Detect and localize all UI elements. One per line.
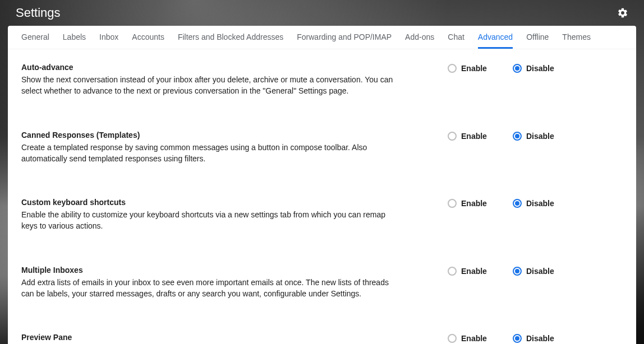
disable-radio[interactable]: Disable (513, 267, 561, 276)
tab-labels[interactable]: Labels (63, 32, 86, 47)
tab-forwarding[interactable]: Forwarding and POP/IMAP (297, 32, 392, 47)
tab-themes[interactable]: Themes (562, 32, 591, 47)
disable-radio[interactable]: Disable (513, 64, 561, 73)
radio-label: Enable (461, 334, 487, 343)
tab-general[interactable]: General (21, 32, 49, 47)
radio-icon (448, 334, 457, 343)
row-controls: Enable Disable (448, 198, 623, 208)
disable-radio[interactable]: Disable (513, 199, 561, 208)
tab-inbox[interactable]: Inbox (99, 32, 118, 47)
row-title: Preview Pane (21, 333, 374, 342)
row-multiple-inboxes: Multiple Inboxes Add extra lists of emai… (21, 266, 623, 333)
enable-radio[interactable]: Enable (448, 334, 496, 343)
radio-label: Disable (526, 334, 554, 343)
row-custom-shortcuts: Custom keyboard shortcuts Enable the abi… (21, 198, 623, 266)
settings-content: Auto-advance Show the next conversation … (8, 49, 636, 344)
radio-label: Enable (461, 132, 487, 141)
row-controls: Enable Disable (448, 266, 623, 276)
row-preview-pane: Preview Pane Enable the ability to toggl… (21, 333, 623, 344)
row-canned-responses: Canned Responses (Templates) Create a te… (21, 131, 623, 198)
radio-icon (448, 199, 457, 208)
settings-tabs: General Labels Inbox Accounts Filters an… (8, 26, 636, 49)
row-controls: Enable Disable (448, 63, 623, 73)
row-description: Create a templated response by saving co… (21, 142, 403, 165)
tab-filters[interactable]: Filters and Blocked Addresses (178, 32, 283, 47)
row-description: Enable the ability to customize your key… (21, 209, 403, 232)
radio-label: Disable (526, 199, 554, 208)
row-description: Add extra lists of emails in your inbox … (21, 277, 403, 300)
row-text: Auto-advance Show the next conversation … (21, 63, 403, 97)
row-text: Canned Responses (Templates) Create a te… (21, 131, 403, 165)
radio-label: Enable (461, 267, 487, 276)
radio-icon (448, 267, 457, 276)
radio-icon (513, 334, 522, 343)
row-controls: Enable Disable (448, 131, 623, 141)
row-title: Multiple Inboxes (21, 266, 403, 275)
radio-label: Enable (461, 64, 487, 73)
page-title: Settings (16, 6, 61, 20)
radio-label: Disable (526, 267, 554, 276)
radio-icon (448, 132, 457, 141)
row-text: Custom keyboard shortcuts Enable the abi… (21, 198, 403, 232)
settings-header: Settings (0, 0, 644, 26)
tab-advanced[interactable]: Advanced (478, 32, 513, 49)
radio-label: Disable (526, 64, 554, 73)
enable-radio[interactable]: Enable (448, 64, 496, 73)
enable-radio[interactable]: Enable (448, 132, 496, 141)
enable-radio[interactable]: Enable (448, 267, 496, 276)
radio-label: Disable (526, 132, 554, 141)
radio-label: Enable (461, 199, 487, 208)
row-title: Auto-advance (21, 63, 403, 72)
gear-icon[interactable] (617, 7, 628, 18)
row-controls: Enable Disable (448, 333, 623, 343)
tab-addons[interactable]: Add-ons (405, 32, 434, 47)
radio-icon (513, 267, 522, 276)
row-text: Multiple Inboxes Add extra lists of emai… (21, 266, 403, 300)
radio-icon (513, 199, 522, 208)
row-text: Preview Pane Enable the ability to toggl… (21, 333, 374, 344)
row-description: Show the next conversation instead of yo… (21, 74, 403, 97)
row-title: Canned Responses (Templates) (21, 131, 403, 140)
disable-radio[interactable]: Disable (513, 132, 561, 141)
enable-radio[interactable]: Enable (448, 199, 496, 208)
radio-icon (513, 64, 522, 73)
row-auto-advance: Auto-advance Show the next conversation … (21, 63, 623, 131)
row-title: Custom keyboard shortcuts (21, 198, 403, 207)
radio-icon (448, 64, 457, 73)
tab-chat[interactable]: Chat (448, 32, 464, 47)
radio-icon (513, 132, 522, 141)
disable-radio[interactable]: Disable (513, 334, 561, 343)
tab-offline[interactable]: Offline (526, 32, 549, 47)
tab-accounts[interactable]: Accounts (132, 32, 164, 47)
settings-panel: General Labels Inbox Accounts Filters an… (8, 26, 636, 344)
